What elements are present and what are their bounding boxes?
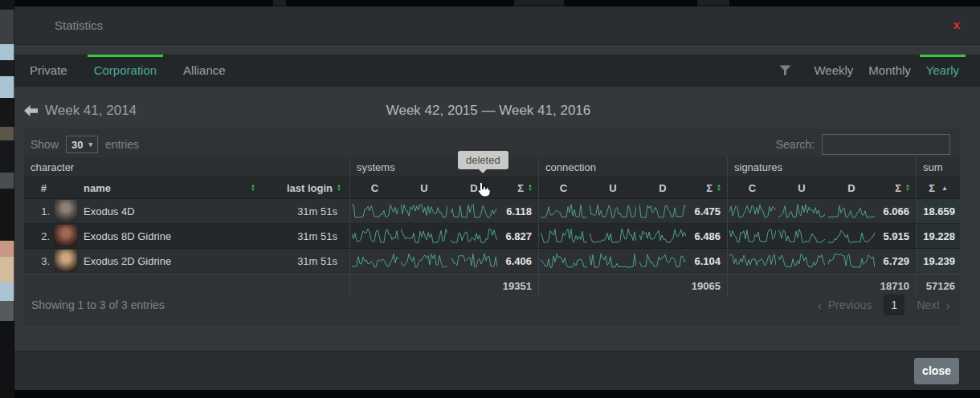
group-systems: systems (349, 157, 538, 177)
table-row: 2. Exodus 8D Gidrine 31m 51s 6.827 6.486 (24, 224, 960, 249)
rank-cell: 2. (24, 224, 55, 248)
sparkline-systems-deleted (449, 249, 499, 273)
dropdown-arrow-icon: ▾ (89, 140, 93, 148)
header-signatures-sum[interactable]: Σ ▲▼ (876, 177, 916, 198)
sort-icon: ▲▼ (251, 184, 255, 192)
tab-corporation[interactable]: Corporation (94, 55, 157, 87)
systems-sum-value: 6.827 (499, 224, 538, 248)
tab-alliance[interactable]: Alliance (183, 55, 226, 87)
systems-sum-value: 6.406 (499, 249, 538, 273)
total-sum-value: 19.239 (916, 249, 960, 273)
previous-page-button[interactable]: ‹ Previous (818, 298, 872, 312)
connection-total: 19065 (688, 274, 727, 297)
sparkline-systems-updated (399, 224, 449, 248)
sparkline-signatures-updated (777, 199, 827, 223)
header-systems-created: C (349, 177, 399, 198)
header-name-label: name (84, 182, 111, 194)
next-label: Next (917, 298, 940, 311)
sparkline-connection-created (538, 199, 588, 223)
group-signatures: signatures (727, 157, 916, 177)
search-label: Search: (776, 138, 815, 151)
group-connection: connection (538, 157, 727, 177)
tab-private[interactable]: Private (30, 55, 67, 87)
table-panel: Show 30 ▾ entries Search: character syst… (24, 128, 960, 326)
tab-monthly[interactable]: Monthly (868, 55, 911, 87)
page-size-select[interactable]: 30 ▾ (66, 136, 98, 153)
sparkline-systems-deleted (449, 224, 499, 248)
sort-ascending-icon: ▲ (941, 185, 948, 192)
close-icon[interactable]: x (953, 18, 960, 30)
group-character: character (24, 157, 349, 177)
statistics-table: character systems connection signatures … (24, 157, 960, 297)
sparkline-signatures-deleted (827, 224, 876, 248)
sparkline-systems-created (349, 249, 399, 273)
character-name: Exodus 4D (82, 199, 259, 223)
sparkline-signatures-updated (777, 249, 827, 273)
group-sum: sum (916, 157, 960, 177)
sparkline-connection-created (538, 224, 588, 248)
background-topbar-fragment (697, 0, 729, 6)
tab-yearly[interactable]: Yearly (926, 55, 959, 87)
header-total-sum[interactable]: Σ ▲ (916, 177, 960, 198)
header-rank[interactable]: # (24, 177, 55, 198)
filter-icon[interactable] (779, 65, 791, 76)
sort-icon: ▲▼ (717, 184, 721, 192)
header-connection-sum[interactable]: Σ ▲▼ (688, 177, 727, 198)
modal-footer: close (14, 351, 980, 390)
sparkline-connection-updated (588, 224, 638, 248)
avatar-cell (55, 249, 82, 273)
sort-icon: ▲▼ (337, 184, 341, 192)
tab-weekly[interactable]: Weekly (814, 55, 853, 87)
header-avatar-spacer (55, 177, 82, 198)
sparkline-signatures-created (727, 224, 777, 248)
header-systems-updated: U (399, 177, 449, 198)
showing-entries-label: Showing 1 to 3 of 3 entries (31, 298, 165, 311)
sigma-label: Σ (929, 182, 935, 194)
signatures-total: 18710 (876, 274, 916, 297)
chevron-right-icon: › (946, 298, 950, 312)
connection-sum-value: 6.104 (688, 249, 727, 273)
background-topbar-fragment (273, 0, 286, 6)
last-login-value: 31m 51s (259, 224, 349, 248)
background-topbar-fragment (514, 0, 564, 6)
week-nav: Week 41, 2014 Week 42, 2015 — Week 41, 2… (14, 96, 980, 125)
sparkline-connection-updated (588, 249, 638, 273)
rank-cell: 3. (24, 249, 55, 273)
sparkline-systems-deleted (449, 199, 499, 223)
search-group: Search: (776, 134, 950, 155)
header-last-login[interactable]: last login ▲▼ (259, 177, 349, 198)
page-number-button[interactable]: 1 (884, 294, 904, 315)
sparkline-connection-deleted (638, 199, 688, 223)
header-connection-created: C (538, 177, 588, 198)
sparkline-signatures-updated (777, 224, 827, 248)
header-signatures-created: C (727, 177, 777, 198)
character-name: Exodus 8D Gidrine (82, 224, 259, 248)
header-connection-deleted: D (638, 177, 688, 198)
grand-total: 57126 (916, 274, 960, 297)
totals-row: 19351 19065 18710 57126 (24, 274, 960, 297)
deleted-tooltip: deleted (458, 151, 508, 169)
sparkline-signatures-deleted (827, 249, 876, 273)
header-connection-updated: U (588, 177, 638, 198)
header-systems-sum[interactable]: Σ ▲▼ (499, 177, 538, 198)
sparkline-connection-deleted (638, 249, 688, 273)
entries-label: entries (105, 138, 139, 151)
close-button[interactable]: close (914, 358, 959, 384)
sparkline-connection-created (538, 249, 588, 273)
systems-sum-value: 6.118 (499, 199, 538, 223)
sparkline-systems-created (349, 224, 399, 248)
table-row: 1. Exodus 4D 31m 51s 6.118 6.475 6.066 (24, 199, 960, 224)
previous-label: Previous (828, 298, 872, 311)
background-page-strip (0, 0, 14, 398)
avatar-cell (55, 224, 82, 248)
header-name[interactable]: name ▲▼ (82, 177, 259, 198)
avatar (55, 200, 77, 222)
sort-icon: ▲▼ (905, 184, 910, 192)
page-size-value: 30 (71, 139, 83, 151)
next-page-button[interactable]: Next › (917, 298, 950, 312)
show-label: Show (31, 138, 59, 151)
header-last-login-label: last login (287, 182, 333, 194)
sigma-label: Σ (517, 182, 524, 194)
header-systems-deleted: D (449, 177, 499, 198)
search-input[interactable] (822, 134, 950, 155)
